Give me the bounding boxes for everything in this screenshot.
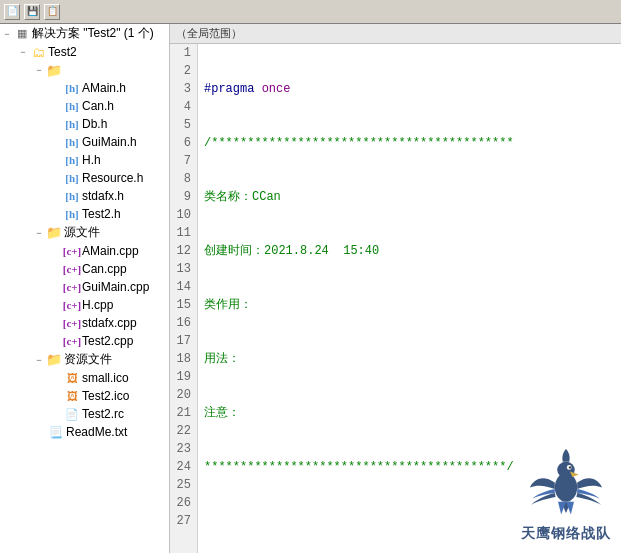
ico-icon: 🖼 bbox=[64, 370, 80, 386]
headers-folder[interactable]: 📁 bbox=[0, 61, 169, 79]
file-amain-cpp[interactable]: [c+] AMain.cpp bbox=[0, 242, 169, 260]
ln-27: 27 bbox=[174, 512, 193, 530]
file-label: Test2.h bbox=[82, 207, 121, 221]
toolbar-btn-2[interactable]: 💾 bbox=[24, 4, 40, 20]
resources-label: 资源文件 bbox=[64, 351, 112, 368]
ln-18: 18 bbox=[174, 350, 193, 368]
file-guimain-cpp[interactable]: [c+] GuiMain.cpp bbox=[0, 278, 169, 296]
ln-13: 13 bbox=[174, 260, 193, 278]
file-label: ReadMe.txt bbox=[66, 425, 127, 439]
h-icon: [h] bbox=[64, 80, 80, 96]
file-label: Db.h bbox=[82, 117, 107, 131]
file-amain-h[interactable]: [h] AMain.h bbox=[0, 79, 169, 97]
titlebar: 📄 💾 📋 bbox=[0, 0, 621, 24]
ln-19: 19 bbox=[174, 368, 193, 386]
file-label: AMain.cpp bbox=[82, 244, 139, 258]
headers-expand[interactable] bbox=[32, 63, 46, 77]
ln-25: 25 bbox=[174, 476, 193, 494]
h-icon: [h] bbox=[64, 152, 80, 168]
h-icon: [h] bbox=[64, 206, 80, 222]
ln-2: 2 bbox=[174, 62, 193, 80]
file-small-ico[interactable]: 🖼 small.ico bbox=[0, 369, 169, 387]
file-resource-h[interactable]: [h] Resource.h bbox=[0, 169, 169, 187]
line-5: 类作用： bbox=[204, 296, 615, 314]
file-readme[interactable]: 📃 ReadMe.txt bbox=[0, 423, 169, 441]
ln-9: 9 bbox=[174, 188, 193, 206]
solution-root[interactable]: ▦ 解决方案 "Test2" (1 个) bbox=[0, 24, 169, 43]
sources-folder[interactable]: 📁 源文件 bbox=[0, 223, 169, 242]
file-test2-rc[interactable]: 📄 Test2.rc bbox=[0, 405, 169, 423]
file-label: stdafx.cpp bbox=[82, 316, 137, 330]
code-editor[interactable]: （全局范围） 1 2 3 4 5 6 7 8 9 10 11 12 13 14 … bbox=[170, 24, 621, 553]
file-can-h[interactable]: [h] Can.h bbox=[0, 97, 169, 115]
file-label: GuiMain.cpp bbox=[82, 280, 149, 294]
project-root[interactable]: 🗂 Test2 bbox=[0, 43, 169, 61]
file-label: Test2.cpp bbox=[82, 334, 133, 348]
file-label: Test2.rc bbox=[82, 407, 124, 421]
file-label: stdafx.h bbox=[82, 189, 124, 203]
file-h-h[interactable]: [h] H.h bbox=[0, 151, 169, 169]
ln-26: 26 bbox=[174, 494, 193, 512]
ln-6: 6 bbox=[174, 134, 193, 152]
project-expand[interactable] bbox=[16, 45, 30, 59]
project-icon: 🗂 bbox=[30, 44, 46, 60]
h-icon: [h] bbox=[64, 116, 80, 132]
file-guimain-h[interactable]: [h] GuiMain.h bbox=[0, 133, 169, 151]
cpp-icon: [c+] bbox=[64, 243, 80, 259]
toolbar-btn-1[interactable]: 📄 bbox=[4, 4, 20, 20]
file-label: H.h bbox=[82, 153, 101, 167]
file-test2-h[interactable]: [h] Test2.h bbox=[0, 205, 169, 223]
cpp-icon: [c+] bbox=[64, 261, 80, 277]
ln-1: 1 bbox=[174, 44, 193, 62]
watermark-text: 天鹰钢络战队 bbox=[521, 525, 611, 543]
resources-expand[interactable] bbox=[32, 353, 46, 367]
file-label: GuiMain.h bbox=[82, 135, 137, 149]
file-label: Resource.h bbox=[82, 171, 143, 185]
file-h-cpp[interactable]: [c+] H.cpp bbox=[0, 296, 169, 314]
ln-22: 22 bbox=[174, 422, 193, 440]
line-4: 创建时间：2021.8.24 15:40 bbox=[204, 242, 615, 260]
sources-folder-icon: 📁 bbox=[46, 225, 62, 241]
file-label: Test2.ico bbox=[82, 389, 129, 403]
file-test2-cpp[interactable]: [c+] Test2.cpp bbox=[0, 332, 169, 350]
line-numbers: 1 2 3 4 5 6 7 8 9 10 11 12 13 14 15 16 1… bbox=[170, 44, 198, 553]
ln-23: 23 bbox=[174, 440, 193, 458]
ln-20: 20 bbox=[174, 386, 193, 404]
cpp-icon: [c+] bbox=[64, 315, 80, 331]
cpp-icon: [c+] bbox=[64, 297, 80, 313]
file-label: AMain.h bbox=[82, 81, 126, 95]
svg-point-3 bbox=[569, 466, 571, 468]
h-icon: [h] bbox=[64, 98, 80, 114]
sources-label: 源文件 bbox=[64, 224, 100, 241]
txt-icon: 📃 bbox=[48, 424, 64, 440]
ln-10: 10 bbox=[174, 206, 193, 224]
file-test2-ico[interactable]: 🖼 Test2.ico bbox=[0, 387, 169, 405]
toolbar-btn-3[interactable]: 📋 bbox=[44, 4, 60, 20]
ln-16: 16 bbox=[174, 314, 193, 332]
solution-expand[interactable] bbox=[0, 27, 14, 41]
resources-folder[interactable]: 📁 资源文件 bbox=[0, 350, 169, 369]
ln-8: 8 bbox=[174, 170, 193, 188]
file-label: small.ico bbox=[82, 371, 129, 385]
file-db-h[interactable]: [h] Db.h bbox=[0, 115, 169, 133]
line-7: 注意： bbox=[204, 404, 615, 422]
h-icon: [h] bbox=[64, 188, 80, 204]
sources-expand[interactable] bbox=[32, 226, 46, 240]
file-stdafx-cpp[interactable]: [c+] stdafx.cpp bbox=[0, 314, 169, 332]
file-can-cpp[interactable]: [c+] Can.cpp bbox=[0, 260, 169, 278]
line-1: #pragma once bbox=[204, 80, 615, 98]
file-label: H.cpp bbox=[82, 298, 113, 312]
ln-24: 24 bbox=[174, 458, 193, 476]
line-2: /***************************************… bbox=[204, 134, 615, 152]
ln-3: 3 bbox=[174, 80, 193, 98]
h-icon: [h] bbox=[64, 134, 80, 150]
ln-5: 5 bbox=[174, 116, 193, 134]
file-stdafx-h[interactable]: [h] stdafx.h bbox=[0, 187, 169, 205]
ln-21: 21 bbox=[174, 404, 193, 422]
watermark: 天鹰钢络战队 bbox=[521, 441, 611, 543]
line-6: 用法： bbox=[204, 350, 615, 368]
line-3: 类名称：CCan bbox=[204, 188, 615, 206]
file-label: Can.cpp bbox=[82, 262, 127, 276]
cpp-icon: [c+] bbox=[64, 333, 80, 349]
resources-folder-icon: 📁 bbox=[46, 352, 62, 368]
